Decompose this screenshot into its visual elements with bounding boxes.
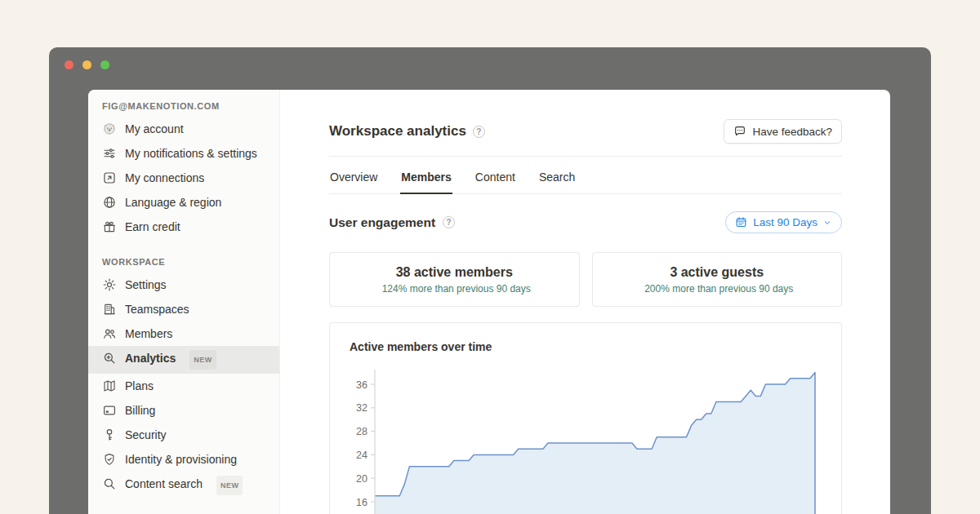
page-header: Workspace analytics ? Have feedback? — [329, 119, 842, 144]
key-icon — [102, 428, 117, 442]
sidebar-item-label: Members — [125, 326, 172, 342]
gear-icon — [102, 277, 117, 292]
svg-text:36: 36 — [356, 379, 368, 391]
arrow-up-right-box-icon — [102, 171, 117, 185]
minimize-window-button[interactable] — [82, 60, 91, 69]
magnifier-plus-icon — [102, 351, 117, 366]
sidebar-item[interactable]: Settings — [88, 273, 279, 297]
sidebar-item-label: Identity & provisioning — [125, 451, 237, 467]
tab[interactable]: Overview — [329, 171, 378, 193]
date-range-dropdown[interactable]: Last 90 Days — [725, 211, 842, 233]
help-icon[interactable]: ? — [443, 216, 455, 228]
workspace-menu: Settings Teamspaces Members — [88, 273, 279, 499]
chart-title: Active members over time — [350, 340, 822, 353]
sidebar-item[interactable]: Language & region — [88, 190, 279, 215]
analytics-tabs: Overview Members Content Search — [329, 171, 842, 194]
stat-value: 3 active guests — [670, 265, 764, 280]
stat-card: 3 active guests 200% more than previous … — [592, 252, 843, 307]
gift-icon — [102, 219, 117, 234]
magnifier-icon — [102, 476, 117, 491]
stat-cards: 38 active members 124% more than previou… — [329, 252, 842, 307]
people-icon — [102, 326, 117, 341]
sidebar-item[interactable]: My notifications & settings — [88, 141, 279, 166]
sidebar-item[interactable]: Content search NEW — [88, 472, 279, 499]
sidebar-item-label: Language & region — [125, 194, 221, 210]
svg-text:16: 16 — [356, 497, 368, 508]
sidebar-item-label: Settings — [125, 277, 167, 293]
sidebar-item-label: Plans — [125, 378, 154, 394]
sliders-icon — [102, 146, 117, 161]
user-engagement-header: User engagement ? Last 90 Days — [329, 211, 842, 233]
avatar-icon — [102, 122, 117, 136]
stat-value: 38 active members — [396, 265, 513, 280]
sidebar-item[interactable]: Earn credit — [88, 215, 279, 239]
sidebar-item[interactable]: Analytics NEW — [88, 346, 279, 374]
sidebar-item[interactable]: Security — [88, 423, 279, 447]
sidebar-item-label: My notifications & settings — [125, 145, 257, 162]
have-feedback-button[interactable]: Have feedback? — [724, 119, 842, 144]
sidebar-item[interactable]: Billing — [88, 398, 279, 423]
active-members-area-chart: 363228242016 — [350, 365, 822, 514]
settings-sidebar: FIG@MAKENOTION.COM My account My notific… — [88, 90, 280, 514]
new-badge: NEW — [216, 476, 243, 495]
app-window: FIG@MAKENOTION.COM My account My notific… — [49, 47, 931, 514]
header-divider — [329, 156, 842, 157]
sidebar-item-label: My account — [125, 121, 184, 137]
page-title: Workspace analytics ? — [329, 123, 485, 140]
tab[interactable]: Members — [400, 171, 452, 194]
account-menu: My account My notifications & settings M… — [88, 117, 279, 239]
sidebar-item[interactable]: My account — [88, 117, 279, 141]
sidebar-item[interactable]: Members — [88, 321, 279, 346]
active-members-chart-card: Active members over time 363228242016 — [329, 322, 842, 514]
section-title: User engagement ? — [329, 215, 455, 230]
globe-icon — [102, 195, 117, 210]
zoom-window-button[interactable] — [100, 60, 109, 69]
sidebar-item-label: Analytics — [125, 350, 176, 366]
svg-text:24: 24 — [356, 450, 368, 461]
stat-delta: 124% more than previous 90 days — [378, 283, 531, 295]
svg-text:32: 32 — [356, 402, 368, 414]
account-email: FIG@MAKENOTION.COM — [88, 101, 279, 111]
sidebar-item-label: My connections — [125, 170, 204, 186]
sidebar-item[interactable]: Plans — [88, 374, 279, 398]
shield-check-icon — [102, 452, 117, 467]
sidebar-item-label: Teamspaces — [125, 301, 189, 317]
map-icon — [102, 379, 117, 393]
calendar-icon — [735, 216, 747, 228]
credit-card-icon — [102, 403, 117, 418]
svg-text:20: 20 — [356, 473, 368, 485]
feedback-bubble-icon — [733, 125, 746, 138]
help-icon[interactable]: ? — [473, 126, 485, 138]
tab[interactable]: Search — [538, 171, 576, 193]
stat-delta: 200% more than previous 90 days — [640, 283, 793, 295]
sidebar-item-label: Earn credit — [125, 219, 180, 235]
settings-panel: FIG@MAKENOTION.COM My account My notific… — [88, 90, 890, 514]
sidebar-item[interactable]: My connections — [88, 166, 279, 190]
close-window-button[interactable] — [65, 60, 74, 69]
chevron-down-icon — [823, 219, 831, 227]
new-badge: NEW — [189, 350, 216, 370]
sidebar-item[interactable]: Identity & provisioning — [88, 447, 279, 472]
building-icon — [102, 302, 117, 317]
svg-text:28: 28 — [356, 426, 368, 437]
sidebar-item-label: Content search — [125, 476, 203, 492]
workspace-section-heading: WORKSPACE — [88, 239, 279, 273]
sidebar-item-label: Security — [125, 427, 167, 443]
sidebar-item[interactable]: Teamspaces — [88, 297, 279, 321]
window-controls — [65, 60, 109, 69]
analytics-content: Workspace analytics ? Have feedback? Ove… — [280, 90, 890, 514]
stat-card: 38 active members 124% more than previou… — [329, 252, 580, 307]
tab[interactable]: Content — [474, 171, 516, 193]
sidebar-item-label: Billing — [125, 402, 155, 419]
